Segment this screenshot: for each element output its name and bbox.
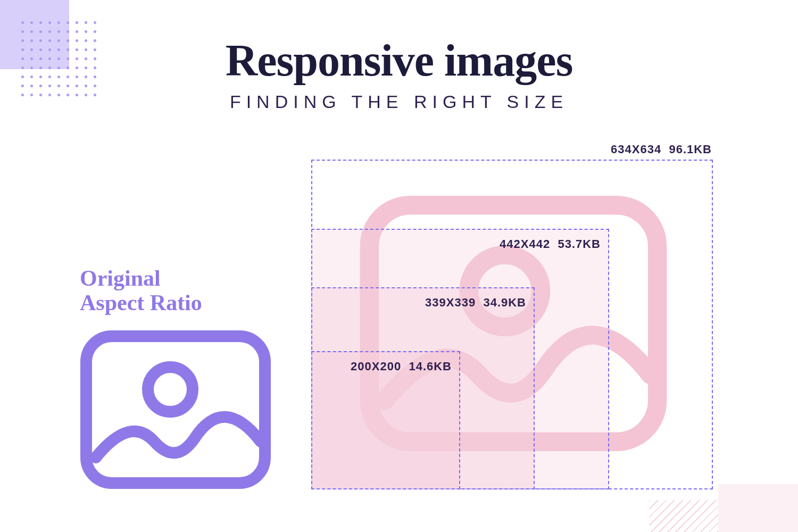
image-placeholder-icon (80, 330, 271, 489)
original-aspect-label-line1: Original (80, 266, 161, 290)
original-aspect-label: Original Aspect Ratio (80, 266, 271, 315)
size-label-339: 339X339 34.9KB (425, 296, 526, 310)
size-dimensions: 339X339 (425, 296, 476, 309)
original-aspect-block: Original Aspect Ratio (80, 266, 271, 489)
size-dimensions: 634X634 (611, 143, 661, 156)
original-aspect-label-line2: Aspect Ratio (80, 290, 202, 315)
header: Responsive images FINDING THE RIGHT SIZE (0, 35, 798, 112)
decorative-br-square (718, 484, 798, 532)
size-label-634: 634X634 96.1KB (611, 143, 712, 156)
size-comparison: 634X634 96.1KB 442X442 53.7KB 339X339 34… (311, 160, 713, 489)
svg-point-1 (148, 367, 193, 412)
size-label-442: 442X442 53.7KB (500, 237, 601, 251)
size-dimensions: 200X200 (351, 360, 401, 373)
size-filesize: 53.7KB (558, 237, 601, 251)
size-label-200: 200X200 14.6KB (351, 360, 452, 373)
page-subtitle: FINDING THE RIGHT SIZE (0, 92, 798, 112)
size-dimensions: 442X442 (500, 237, 550, 251)
size-filesize: 34.9KB (483, 296, 526, 309)
size-filesize: 14.6KB (409, 360, 452, 373)
size-filesize: 96.1KB (669, 143, 712, 156)
decorative-br-hatch (649, 500, 718, 532)
page-title: Responsive images (0, 35, 798, 86)
size-box-200: 200X200 14.6KB (311, 351, 460, 489)
